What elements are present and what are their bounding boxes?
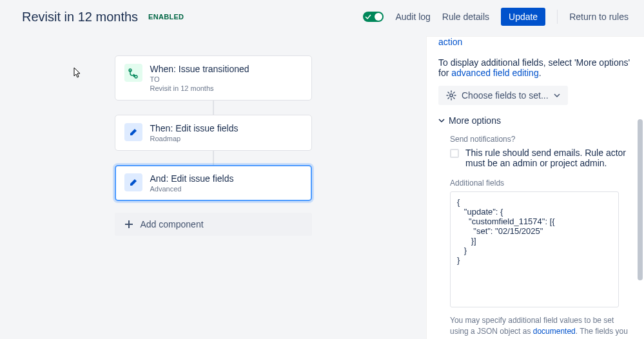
card-sub: Advanced xyxy=(150,185,234,193)
page-title: Revisit in 12 months xyxy=(22,10,138,24)
card-title: And: Edit issue fields xyxy=(150,173,234,184)
card-title: Then: Edit issue fields xyxy=(150,123,239,133)
plus-icon xyxy=(124,219,134,229)
gear-icon xyxy=(446,90,456,101)
svg-point-0 xyxy=(450,94,453,97)
connector xyxy=(213,151,214,165)
notifications-label: Send notifications? xyxy=(450,135,632,144)
check-icon xyxy=(365,13,371,21)
card-sub-to: TO xyxy=(150,75,249,83)
choose-fields-button[interactable]: Choose fields to set... xyxy=(438,86,568,105)
chevron-down-icon xyxy=(554,92,560,99)
add-component-button[interactable]: Add component xyxy=(115,213,312,236)
send-emails-checkbox[interactable] xyxy=(450,149,459,158)
return-link[interactable]: Return to rules xyxy=(569,12,629,22)
add-component-label: Add component xyxy=(141,219,204,229)
branch-icon xyxy=(124,64,142,82)
pencil-icon xyxy=(124,173,142,191)
help-text: You may specify additional field values … xyxy=(450,315,632,339)
more-options-toggle[interactable]: More options xyxy=(438,115,632,126)
card-title: When: Issue transitioned xyxy=(150,64,249,74)
card-sub: Roadmap xyxy=(150,135,239,142)
action-card-and[interactable]: And: Edit issue fields Advanced xyxy=(115,165,312,201)
additional-fields-label: Additional fields xyxy=(450,179,632,188)
pencil-icon xyxy=(124,123,142,141)
action-link[interactable]: action xyxy=(438,37,462,47)
checkbox-label: This rule should send emails. Rule actor… xyxy=(465,148,632,168)
help-paragraph: To display additional fields, select 'Mo… xyxy=(438,57,632,78)
audit-log-link[interactable]: Audit log xyxy=(395,12,430,22)
cursor-icon xyxy=(73,67,83,79)
rule-details-link[interactable]: Rule details xyxy=(442,12,489,22)
additional-fields-textarea[interactable] xyxy=(450,191,619,307)
enable-toggle[interactable] xyxy=(363,12,384,22)
status-badge: ENABLED xyxy=(148,12,184,22)
chevron-down-icon xyxy=(438,117,445,124)
trigger-card-when[interactable]: When: Issue transitioned TO Revisit in 1… xyxy=(115,55,312,101)
update-button[interactable]: Update xyxy=(501,8,545,26)
side-panel: action To display additional fields, sel… xyxy=(426,36,644,339)
connector xyxy=(213,101,214,115)
more-options-label: More options xyxy=(449,115,501,126)
advanced-field-editing-link[interactable]: advanced field editing xyxy=(451,68,538,78)
card-sub-status: Revisit in 12 months xyxy=(150,84,249,92)
divider xyxy=(557,10,558,24)
scrollbar-thumb[interactable] xyxy=(638,119,643,280)
action-card-then[interactable]: Then: Edit issue fields Roadmap xyxy=(115,115,312,151)
documented-link[interactable]: documented xyxy=(533,327,576,336)
choose-fields-label: Choose fields to set... xyxy=(462,90,549,101)
